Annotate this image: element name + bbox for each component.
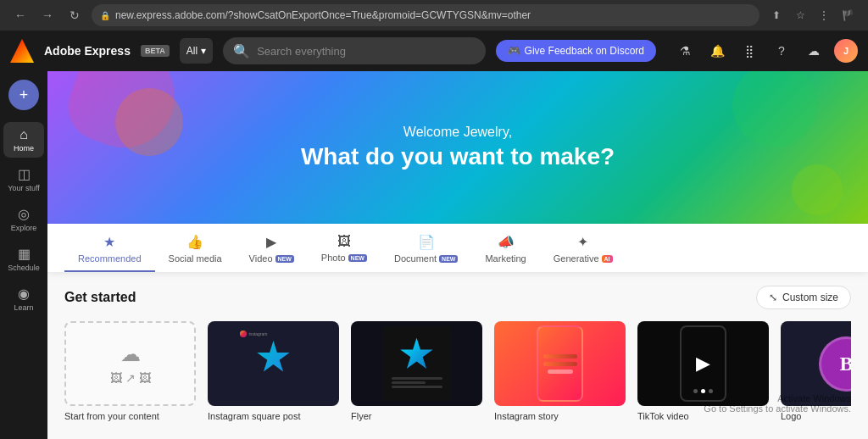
tab-video-label: Video	[249, 253, 273, 264]
card-label-from-content: Start from your content	[64, 411, 196, 421]
schedule-icon: ▦	[18, 246, 31, 262]
forward-button[interactable]: →	[37, 5, 58, 25]
home-icon: ⌂	[19, 127, 28, 142]
sidebar-item-your-stuff[interactable]: ◫ Your stuff	[3, 161, 44, 197]
insta-mockup: instagram	[236, 326, 312, 401]
tab-photo[interactable]: 🖼 Photo NEW	[308, 224, 381, 272]
template-card-logo[interactable]: B Logo	[781, 321, 851, 421]
browser-menu-icon[interactable]: ⋮	[814, 5, 834, 25]
tab-video[interactable]: ▶ Video NEW	[236, 224, 308, 272]
tab-recommended[interactable]: ★ Recommended	[64, 224, 155, 272]
story-bar-2	[543, 362, 577, 366]
cloud-icon[interactable]: ☁	[802, 39, 826, 63]
star-icon[interactable]: ☆	[790, 5, 810, 25]
discord-button[interactable]: 🎮 Give Feedback on Discord	[496, 40, 656, 62]
hero-welcome: Welcome Jewelry,	[301, 125, 615, 140]
card-thumb-tiktok: ▶	[637, 321, 769, 406]
discord-label: Give Feedback on Discord	[525, 45, 644, 57]
scope-chevron-icon: ▾	[201, 45, 206, 57]
tab-bar: ★ Recommended 👍 Social media ▶ Video NEW	[64, 224, 851, 272]
hero-decoration-2	[115, 88, 183, 156]
url-bar[interactable]: 🔒 new.express.adobe.com/?showCsatOnExpor…	[92, 4, 760, 26]
tab-bar-container: ★ Recommended 👍 Social media ▶ Video NEW	[47, 224, 868, 272]
sidebar-item-explore[interactable]: ◎ Explore	[3, 201, 44, 237]
bell-icon[interactable]: 🔔	[705, 39, 729, 63]
sidebar-label-your-stuff: Your stuff	[8, 184, 40, 192]
card-thumb-flyer	[351, 321, 482, 406]
img-icons: 🖼 ↗ 🖼	[110, 371, 151, 385]
content-area: Welcome Jewelry, What do you want to mak…	[47, 71, 868, 439]
explore-icon: ◎	[18, 206, 30, 222]
photo-new-badge: NEW	[348, 254, 367, 262]
card-label-tiktok: TikTok video	[637, 411, 769, 421]
sidebar-item-home[interactable]: ⌂ Home	[3, 122, 44, 158]
sidebar-label-explore: Explore	[11, 224, 37, 232]
add-button[interactable]: +	[8, 80, 39, 110]
insta-header: instagram	[240, 331, 308, 337]
cursor-icon: ↗	[125, 371, 136, 385]
resize-icon: ⤡	[769, 292, 777, 303]
generative-icon: ✦	[577, 234, 588, 250]
tab-social-media[interactable]: 👍 Social media	[155, 224, 236, 272]
template-card-tiktok[interactable]: ▶ TikTok video	[637, 321, 769, 421]
template-card-insta-square[interactable]: instagram Instagram square post	[208, 321, 339, 421]
help-icon[interactable]: ?	[770, 39, 793, 63]
template-cards: ☁ 🖼 ↗ 🖼 Start from your content	[64, 321, 851, 428]
tab-generative-label: Generative	[554, 253, 599, 264]
browser-actions: ⬆ ☆ ⋮ 🏴	[766, 5, 858, 25]
story-phone	[537, 325, 583, 402]
flask-icon[interactable]: ⚗	[673, 39, 697, 63]
hero-banner: Welcome Jewelry, What do you want to mak…	[47, 71, 868, 224]
template-card-insta-story[interactable]: Instagram story	[494, 321, 626, 421]
tab-marketing[interactable]: 📣 Marketing	[471, 224, 539, 272]
hero-title: What do you want to make?	[301, 143, 615, 170]
back-button[interactable]: ←	[10, 5, 31, 25]
share-icon[interactable]: ⬆	[766, 5, 787, 25]
adobe-logo	[10, 39, 34, 63]
template-card-flyer[interactable]: Flyer	[351, 321, 482, 421]
upload-icon: ☁	[120, 342, 141, 366]
insta-name: instagram	[249, 331, 268, 336]
sidebar-label-home: Home	[14, 144, 34, 153]
story-bar-3	[548, 370, 573, 374]
insta-avatar	[240, 331, 247, 337]
search-bar[interactable]: 🔍	[223, 37, 485, 64]
tab-photo-label: Photo	[321, 253, 346, 263]
flyer-line-3	[392, 386, 442, 388]
top-nav: Adobe Express BETA All ▾ 🔍 🎮 Give Feedba…	[0, 31, 868, 71]
marketing-icon: 📣	[498, 234, 515, 250]
story-bar-1	[543, 354, 577, 358]
sidebar-item-learn[interactable]: ◉ Learn	[3, 281, 44, 317]
flag-icon[interactable]: 🏴	[837, 5, 858, 25]
beta-badge: BETA	[141, 45, 170, 57]
social-media-icon: 👍	[186, 234, 203, 250]
section-header: Get started ⤡ Custom size	[64, 286, 851, 309]
sidebar-item-schedule[interactable]: ▦ Schedule	[3, 241, 44, 277]
sidebar: + ⌂ Home ◫ Your stuff ◎ Explore ▦ Schedu…	[0, 71, 47, 439]
search-scope-select[interactable]: All ▾	[180, 38, 213, 64]
your-stuff-icon: ◫	[18, 166, 31, 182]
tiktok-phone: ▶	[680, 325, 726, 402]
photo-icon: 🖼	[337, 234, 351, 249]
custom-size-button[interactable]: ⤡ Custom size	[756, 286, 851, 309]
tiktok-logo-icon: ▶	[696, 353, 710, 375]
scope-label: All	[186, 45, 198, 57]
tab-document[interactable]: 📄 Document NEW	[381, 224, 471, 272]
insta-star	[257, 341, 291, 375]
template-card-from-content[interactable]: ☁ 🖼 ↗ 🖼 Start from your content	[64, 321, 196, 421]
avatar[interactable]: J	[834, 39, 858, 63]
apps-icon[interactable]: ⣿	[737, 39, 761, 63]
learn-icon: ◉	[18, 286, 30, 302]
document-icon: 📄	[418, 234, 435, 250]
nav-icons: ⚗ 🔔 ⣿ ? ☁ J	[673, 39, 858, 63]
search-input[interactable]	[257, 45, 475, 58]
hero-decoration-4	[792, 164, 843, 215]
url-text: new.express.adobe.com/?showCsatOnExportO…	[115, 9, 751, 21]
card-label-insta-story: Instagram story	[494, 411, 626, 421]
refresh-button[interactable]: ↻	[64, 5, 85, 25]
flyer-mockup	[383, 326, 451, 401]
card-thumb-from-content: ☁ 🖼 ↗ 🖼	[64, 321, 196, 406]
section-title: Get started	[64, 290, 136, 305]
tab-generative[interactable]: ✦ Generative AI	[540, 224, 626, 272]
sidebar-label-schedule: Schedule	[8, 264, 40, 272]
